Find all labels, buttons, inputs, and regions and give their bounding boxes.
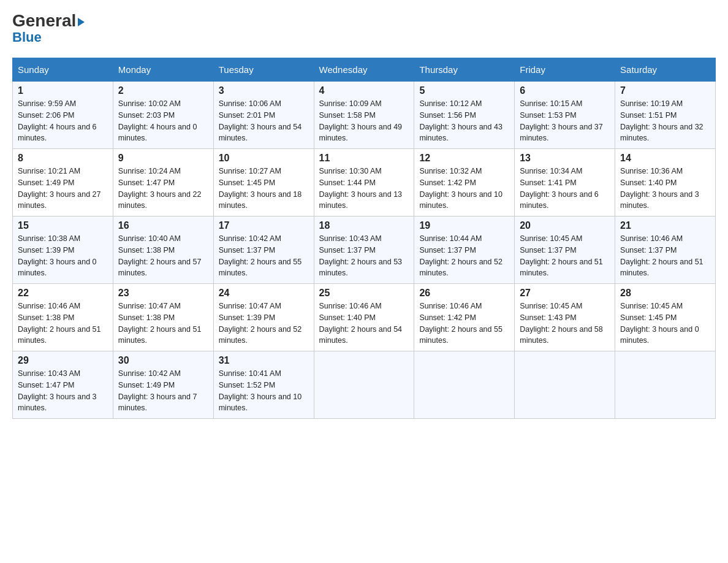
day-number: 8: [18, 153, 108, 164]
calendar-cell: 24 Sunrise: 10:47 AMSunset: 1:39 PMDayli…: [213, 284, 314, 351]
logo: General Blue: [12, 12, 85, 45]
calendar-cell: 4 Sunrise: 10:09 AMSunset: 1:58 PMDaylig…: [314, 82, 414, 149]
day-info: Sunrise: 10:38 AMSunset: 1:39 PMDaylight…: [18, 234, 97, 277]
calendar-cell: 25 Sunrise: 10:46 AMSunset: 1:40 PMDayli…: [314, 284, 414, 351]
day-info: Sunrise: 10:21 AMSunset: 1:49 PMDaylight…: [18, 167, 101, 210]
day-info: Sunrise: 10:47 AMSunset: 1:39 PMDaylight…: [219, 302, 302, 345]
weekday-header: Friday: [515, 58, 615, 82]
day-number: 20: [520, 220, 610, 231]
calendar-cell: 12 Sunrise: 10:32 AMSunset: 1:42 PMDayli…: [414, 149, 515, 216]
weekday-header: Monday: [113, 58, 213, 82]
day-info: Sunrise: 10:42 AMSunset: 1:49 PMDaylight…: [118, 369, 197, 412]
day-number: 2: [118, 85, 208, 96]
day-info: Sunrise: 10:42 AMSunset: 1:37 PMDaylight…: [219, 234, 302, 277]
day-number: 5: [419, 85, 509, 96]
logo-blue: Blue: [12, 29, 42, 45]
day-info: Sunrise: 10:30 AMSunset: 1:44 PMDaylight…: [319, 167, 403, 210]
weekday-header: Thursday: [414, 58, 515, 82]
day-number: 23: [118, 288, 208, 299]
day-info: Sunrise: 10:34 AMSunset: 1:41 PMDaylight…: [520, 167, 599, 210]
calendar-cell: 17 Sunrise: 10:42 AMSunset: 1:37 PMDayli…: [213, 216, 314, 284]
day-info: Sunrise: 10:45 AMSunset: 1:43 PMDaylight…: [520, 302, 603, 345]
calendar-cell: [515, 351, 615, 419]
calendar-week-row: 1 Sunrise: 9:59 AMSunset: 2:06 PMDayligh…: [13, 82, 716, 149]
day-number: 14: [620, 153, 710, 164]
day-number: 31: [219, 355, 309, 366]
calendar-cell: 13 Sunrise: 10:34 AMSunset: 1:41 PMDayli…: [515, 149, 615, 216]
calendar-cell: [414, 351, 515, 419]
day-info: Sunrise: 10:46 AMSunset: 1:37 PMDaylight…: [620, 234, 703, 277]
day-number: 27: [520, 288, 610, 299]
day-number: 11: [319, 153, 409, 164]
day-number: 19: [419, 220, 509, 231]
calendar-cell: [615, 351, 716, 419]
day-number: 15: [18, 220, 108, 231]
calendar-cell: 1 Sunrise: 9:59 AMSunset: 2:06 PMDayligh…: [13, 82, 113, 149]
day-number: 1: [18, 85, 108, 96]
weekday-header: Sunday: [13, 58, 113, 82]
day-info: Sunrise: 10:24 AMSunset: 1:47 PMDaylight…: [118, 167, 202, 210]
calendar-week-row: 29 Sunrise: 10:43 AMSunset: 1:47 PMDayli…: [13, 351, 716, 419]
day-number: 3: [219, 85, 309, 96]
calendar-week-row: 22 Sunrise: 10:46 AMSunset: 1:38 PMDayli…: [13, 284, 716, 351]
day-info: Sunrise: 10:41 AMSunset: 1:52 PMDaylight…: [219, 369, 302, 412]
day-info: Sunrise: 10:09 AMSunset: 1:58 PMDaylight…: [319, 99, 403, 142]
calendar-cell: 14 Sunrise: 10:36 AMSunset: 1:40 PMDayli…: [615, 149, 716, 216]
calendar-cell: 9 Sunrise: 10:24 AMSunset: 1:47 PMDaylig…: [113, 149, 213, 216]
day-info: Sunrise: 10:06 AMSunset: 2:01 PMDaylight…: [219, 99, 302, 142]
day-info: Sunrise: 9:59 AMSunset: 2:06 PMDaylight:…: [18, 99, 97, 142]
day-info: Sunrise: 10:19 AMSunset: 1:51 PMDaylight…: [620, 99, 703, 142]
day-info: Sunrise: 10:46 AMSunset: 1:42 PMDaylight…: [419, 302, 502, 345]
weekday-header: Tuesday: [213, 58, 314, 82]
day-number: 6: [520, 85, 610, 96]
logo-general: General: [12, 12, 85, 29]
calendar-cell: 2 Sunrise: 10:02 AMSunset: 2:03 PMDaylig…: [113, 82, 213, 149]
day-info: Sunrise: 10:27 AMSunset: 1:45 PMDaylight…: [219, 167, 302, 210]
day-number: 10: [219, 153, 309, 164]
calendar-cell: 27 Sunrise: 10:45 AMSunset: 1:43 PMDayli…: [515, 284, 615, 351]
page-header: General Blue: [12, 12, 716, 45]
day-info: Sunrise: 10:32 AMSunset: 1:42 PMDaylight…: [419, 167, 502, 210]
day-number: 9: [118, 153, 208, 164]
day-info: Sunrise: 10:44 AMSunset: 1:37 PMDaylight…: [419, 234, 502, 277]
day-info: Sunrise: 10:02 AMSunset: 2:03 PMDaylight…: [118, 99, 197, 142]
calendar-cell: 22 Sunrise: 10:46 AMSunset: 1:38 PMDayli…: [13, 284, 113, 351]
day-info: Sunrise: 10:45 AMSunset: 1:45 PMDaylight…: [620, 302, 699, 345]
day-number: 28: [620, 288, 710, 299]
day-number: 22: [18, 288, 108, 299]
weekday-header: Wednesday: [314, 58, 414, 82]
calendar-cell: 10 Sunrise: 10:27 AMSunset: 1:45 PMDayli…: [213, 149, 314, 216]
calendar-cell: 31 Sunrise: 10:41 AMSunset: 1:52 PMDayli…: [213, 351, 314, 419]
calendar-cell: 19 Sunrise: 10:44 AMSunset: 1:37 PMDayli…: [414, 216, 515, 284]
calendar-cell: 15 Sunrise: 10:38 AMSunset: 1:39 PMDayli…: [13, 216, 113, 284]
calendar-cell: 20 Sunrise: 10:45 AMSunset: 1:37 PMDayli…: [515, 216, 615, 284]
day-info: Sunrise: 10:43 AMSunset: 1:37 PMDaylight…: [319, 234, 403, 277]
calendar-table: SundayMondayTuesdayWednesdayThursdayFrid…: [12, 58, 716, 419]
day-number: 12: [419, 153, 509, 164]
day-number: 26: [419, 288, 509, 299]
weekday-header-row: SundayMondayTuesdayWednesdayThursdayFrid…: [13, 58, 716, 82]
day-info: Sunrise: 10:15 AMSunset: 1:53 PMDaylight…: [520, 99, 603, 142]
calendar-cell: 16 Sunrise: 10:40 AMSunset: 1:38 PMDayli…: [113, 216, 213, 284]
calendar-cell: 21 Sunrise: 10:46 AMSunset: 1:37 PMDayli…: [615, 216, 716, 284]
day-number: 24: [219, 288, 309, 299]
day-number: 21: [620, 220, 710, 231]
calendar-cell: 7 Sunrise: 10:19 AMSunset: 1:51 PMDaylig…: [615, 82, 716, 149]
day-info: Sunrise: 10:45 AMSunset: 1:37 PMDaylight…: [520, 234, 603, 277]
calendar-week-row: 8 Sunrise: 10:21 AMSunset: 1:49 PMDaylig…: [13, 149, 716, 216]
calendar-cell: 6 Sunrise: 10:15 AMSunset: 1:53 PMDaylig…: [515, 82, 615, 149]
calendar-cell: 18 Sunrise: 10:43 AMSunset: 1:37 PMDayli…: [314, 216, 414, 284]
day-number: 7: [620, 85, 710, 96]
day-info: Sunrise: 10:46 AMSunset: 1:38 PMDaylight…: [18, 302, 101, 345]
day-info: Sunrise: 10:36 AMSunset: 1:40 PMDaylight…: [620, 167, 699, 210]
calendar-cell: 26 Sunrise: 10:46 AMSunset: 1:42 PMDayli…: [414, 284, 515, 351]
day-info: Sunrise: 10:12 AMSunset: 1:56 PMDaylight…: [419, 99, 502, 142]
calendar-cell: 28 Sunrise: 10:45 AMSunset: 1:45 PMDayli…: [615, 284, 716, 351]
weekday-header: Saturday: [615, 58, 716, 82]
day-info: Sunrise: 10:47 AMSunset: 1:38 PMDaylight…: [118, 302, 202, 345]
calendar-cell: 29 Sunrise: 10:43 AMSunset: 1:47 PMDayli…: [13, 351, 113, 419]
day-number: 30: [118, 355, 208, 366]
day-number: 17: [219, 220, 309, 231]
calendar-cell: 30 Sunrise: 10:42 AMSunset: 1:49 PMDayli…: [113, 351, 213, 419]
day-number: 4: [319, 85, 409, 96]
